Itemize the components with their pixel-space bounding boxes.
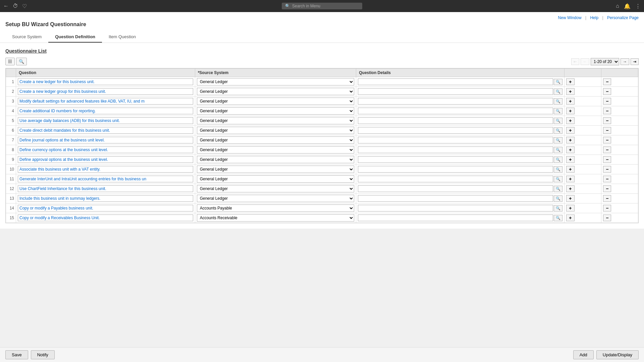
question-input[interactable] [18,137,193,143]
new-window-link[interactable]: New Window [558,15,582,20]
question-details-lookup-button[interactable]: 🔍 [554,98,562,105]
remove-row-button[interactable]: − [603,78,611,85]
remove-row-button[interactable]: − [603,88,611,95]
add-row-button[interactable]: + [566,195,574,202]
favorites-icon[interactable]: ♡ [22,3,27,9]
add-row-button[interactable]: + [566,98,574,105]
question-input[interactable] [18,88,193,95]
source-system-select[interactable]: General LedgerAccounts PayableAccounts R… [197,136,355,144]
tab-source-system[interactable]: Source System [5,32,48,43]
grid-view-button[interactable]: ☷ [5,58,15,65]
question-details-lookup-button[interactable]: 🔍 [554,215,562,221]
tab-item-question[interactable]: Item Question [102,32,143,43]
remove-row-button[interactable]: − [603,176,611,182]
home-icon[interactable]: ⌂ [616,3,619,9]
question-input[interactable] [18,195,193,202]
tab-question-definition[interactable]: Question Definition [48,32,102,43]
remove-row-button[interactable]: − [603,146,611,153]
history-icon[interactable]: ⏱ [13,3,18,9]
question-details-lookup-button[interactable]: 🔍 [554,205,562,212]
personalize-link[interactable]: Personalize Page [607,15,639,20]
remove-row-button[interactable]: − [603,205,611,212]
last-page-button[interactable]: ⇥ [631,58,639,65]
question-input[interactable] [18,146,193,153]
add-row-button[interactable]: + [566,166,574,173]
question-input[interactable] [18,166,193,173]
question-details-input[interactable] [358,195,553,202]
question-details-lookup-button[interactable]: 🔍 [554,137,562,143]
source-system-select[interactable]: General LedgerAccounts PayableAccounts R… [197,195,355,202]
source-system-select[interactable]: General LedgerAccounts PayableAccounts R… [197,156,355,163]
prev-page-button[interactable]: ← [581,58,589,65]
question-input[interactable] [18,98,193,105]
question-details-input[interactable] [358,117,553,124]
question-details-lookup-button[interactable]: 🔍 [554,176,562,182]
question-details-input[interactable] [358,176,553,182]
question-input[interactable] [18,205,193,212]
question-details-lookup-button[interactable]: 🔍 [554,118,562,124]
source-system-select[interactable]: General LedgerAccounts PayableAccounts R… [197,117,355,124]
question-details-lookup-button[interactable]: 🔍 [554,88,562,95]
next-page-button[interactable]: → [621,58,629,65]
add-row-button[interactable]: + [566,88,574,95]
add-row-button[interactable]: + [566,78,574,85]
remove-row-button[interactable]: − [603,166,611,173]
question-input[interactable] [18,117,193,124]
back-icon[interactable]: ← [3,3,9,9]
source-system-select[interactable]: General LedgerAccounts PayableAccounts R… [197,78,355,85]
add-row-button[interactable]: + [566,117,574,124]
remove-row-button[interactable]: − [603,108,611,114]
question-details-lookup-button[interactable]: 🔍 [554,147,562,153]
question-details-input[interactable] [358,156,553,163]
question-details-input[interactable] [358,185,553,192]
help-link[interactable]: Help [590,15,598,20]
source-system-select[interactable]: General LedgerAccounts PayableAccounts R… [197,204,355,212]
question-input[interactable] [18,176,193,182]
search-records-button[interactable]: 🔍 [16,58,27,65]
remove-row-button[interactable]: − [603,117,611,124]
remove-row-button[interactable]: − [603,215,611,221]
question-details-lookup-button[interactable]: 🔍 [554,186,562,192]
source-system-select[interactable]: General LedgerAccounts PayableAccounts R… [197,185,355,192]
remove-row-button[interactable]: − [603,127,611,134]
add-row-button[interactable]: + [566,108,574,114]
question-input[interactable] [18,108,193,114]
add-row-button[interactable]: + [566,137,574,143]
question-details-input[interactable] [358,205,553,212]
question-details-input[interactable] [358,88,553,95]
question-details-lookup-button[interactable]: 🔍 [554,127,562,134]
source-system-select[interactable]: General LedgerAccounts PayableAccounts R… [197,175,355,183]
question-input[interactable] [18,185,193,192]
notification-icon[interactable]: 🔔 [624,3,631,9]
source-system-select[interactable]: General LedgerAccounts PayableAccounts R… [197,146,355,154]
question-details-lookup-button[interactable]: 🔍 [554,157,562,163]
question-details-input[interactable] [358,215,553,221]
search-input[interactable] [292,4,353,8]
add-row-button[interactable]: + [566,156,574,163]
source-system-select[interactable]: General LedgerAccounts PayableAccounts R… [197,88,355,95]
remove-row-button[interactable]: − [603,156,611,163]
source-system-select[interactable]: General LedgerAccounts PayableAccounts R… [197,107,355,115]
question-input[interactable] [18,127,193,134]
question-details-lookup-button[interactable]: 🔍 [554,108,562,114]
add-row-button[interactable]: + [566,205,574,212]
page-select[interactable]: 1-20 of 20 [591,58,619,65]
question-details-input[interactable] [358,108,553,114]
question-input[interactable] [18,215,193,221]
add-row-button[interactable]: + [566,146,574,153]
add-row-button[interactable]: + [566,176,574,182]
add-row-button[interactable]: + [566,127,574,134]
question-details-input[interactable] [358,137,553,143]
source-system-select[interactable]: General LedgerAccounts PayableAccounts R… [197,98,355,105]
question-details-input[interactable] [358,98,553,105]
question-details-input[interactable] [358,78,553,85]
remove-row-button[interactable]: − [603,137,611,143]
remove-row-button[interactable]: − [603,98,611,105]
add-row-button[interactable]: + [566,215,574,221]
question-details-lookup-button[interactable]: 🔍 [554,166,562,173]
remove-row-button[interactable]: − [603,195,611,202]
first-page-button[interactable]: ⇤ [571,58,579,65]
question-input[interactable] [18,78,193,85]
source-system-select[interactable]: General LedgerAccounts PayableAccounts R… [197,214,355,222]
source-system-select[interactable]: General LedgerAccounts PayableAccounts R… [197,166,355,173]
